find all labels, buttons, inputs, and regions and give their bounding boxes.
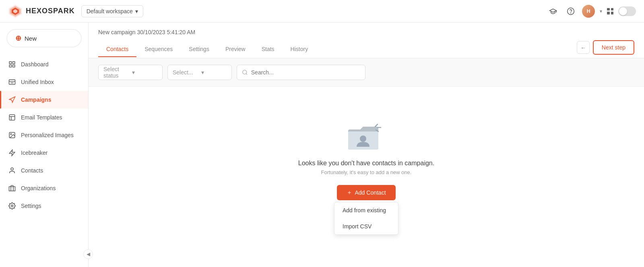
logo-text: HEXOSPARK (26, 7, 75, 15)
workspace-label: Default workspace (87, 8, 133, 14)
tab-history[interactable]: History (283, 42, 316, 57)
svg-point-15 (11, 168, 13, 170)
sidebar-item-unified-inbox[interactable]: Unified Inbox (0, 73, 88, 91)
sidebar-item-label: Contacts (21, 167, 43, 174)
sidebar-item-label: Personalized Images (21, 132, 74, 138)
svg-line-22 (375, 124, 378, 127)
sidebar-item-label: Icebreaker (21, 150, 47, 156)
status-select[interactable]: Select status ▾ (98, 65, 163, 80)
sidebar-item-icebreaker[interactable]: Icebreaker (0, 144, 88, 162)
select-placeholder: Select... (173, 69, 198, 76)
bolt-icon (8, 149, 16, 157)
sidebar-item-contacts[interactable]: Contacts (0, 162, 88, 179)
svg-point-13 (10, 134, 11, 134)
person-icon (8, 166, 16, 175)
tab-contacts[interactable]: Contacts (98, 42, 136, 57)
empty-title: Looks like you don't have contacts in ca… (298, 160, 434, 167)
svg-rect-6 (9, 62, 11, 64)
tab-settings[interactable]: Settings (181, 42, 217, 57)
graduation-icon-btn[interactable] (547, 5, 559, 18)
tab-stats[interactable]: Stats (254, 42, 283, 57)
chevron-down-icon: ▾ (201, 69, 227, 76)
add-contact-button[interactable]: ＋ Add Contact (337, 185, 395, 200)
empty-subtitle: Fortunately, it's easy to add a new one. (321, 169, 412, 175)
status-placeholder: Select status (103, 66, 129, 79)
filters-row: Select status ▾ Select... ▾ (89, 58, 644, 87)
inbox-icon (8, 78, 16, 86)
chevron-down-icon: ▾ (132, 69, 157, 76)
avatar[interactable]: H (582, 5, 595, 18)
workspace-selector[interactable]: Default workspace ▾ (81, 5, 143, 17)
search-box (237, 65, 365, 80)
svg-rect-11 (9, 115, 15, 120)
sidebar-item-settings[interactable]: Settings (0, 197, 88, 215)
megaphone-icon (8, 96, 16, 104)
add-from-existing-item[interactable]: Add from existing (334, 202, 398, 218)
sidebar-item-organizations[interactable]: Organizations (0, 179, 88, 197)
add-contact-dropdown: Add from existing Import CSV (334, 202, 398, 235)
folder-illustration (346, 119, 386, 152)
svg-rect-9 (13, 65, 15, 67)
logo: HEXOSPARK (8, 4, 75, 18)
plus-icon: ⊕ (15, 34, 21, 43)
template-icon (8, 113, 16, 121)
svg-point-17 (11, 205, 13, 207)
svg-point-21 (360, 136, 366, 142)
apps-grid-icon[interactable] (607, 8, 613, 14)
svg-marker-14 (9, 150, 15, 156)
tab-preview[interactable]: Preview (217, 42, 254, 57)
building-icon (8, 184, 16, 192)
topnav: HEXOSPARK Default workspace ▾ H ▾ (0, 0, 644, 23)
next-step-button[interactable]: Next step (593, 40, 634, 55)
campaign-header: New campaign 30/10/2023 5:41:20 AM Conta… (89, 23, 644, 58)
topnav-right: H ▾ (547, 5, 636, 18)
search-icon (242, 69, 248, 76)
sidebar-item-label: Campaigns (21, 97, 51, 103)
svg-point-5 (571, 12, 571, 13)
svg-rect-8 (9, 65, 11, 67)
content-area: New campaign 30/10/2023 5:41:20 AM Conta… (89, 23, 644, 267)
sidebar-item-email-templates[interactable]: Email Templates (0, 109, 88, 126)
back-button[interactable]: ← (577, 41, 590, 54)
sidebar-item-label: Email Templates (21, 114, 62, 121)
campaign-title: New campaign 30/10/2023 5:41:20 AM (98, 29, 634, 35)
grid-icon (8, 60, 16, 68)
new-button[interactable]: ⊕ New (6, 29, 82, 47)
sidebar-item-dashboard[interactable]: Dashboard (0, 55, 88, 73)
sidebar-item-campaigns[interactable]: Campaigns (0, 91, 88, 109)
graduation-icon (549, 7, 557, 15)
chevron-down-icon: ▾ (135, 8, 138, 14)
gear-icon (8, 202, 16, 210)
help-icon (567, 7, 575, 15)
sidebar-item-personalized-images[interactable]: Personalized Images (0, 126, 88, 144)
sidebar-item-label: Organizations (21, 185, 56, 191)
sidebar-item-label: Unified Inbox (21, 79, 54, 85)
svg-rect-16 (9, 187, 15, 191)
svg-rect-7 (13, 62, 15, 64)
chevron-down-icon-avatar: ▾ (600, 8, 602, 14)
tab-sequences[interactable]: Sequences (136, 42, 181, 57)
add-contact-label: Add Contact (355, 189, 386, 196)
image-icon (8, 131, 16, 139)
sidebar: ⊕ New Dashboard Unified Inbox Campaigns (0, 23, 89, 267)
tab-nav-buttons: ← Next step (577, 40, 634, 58)
add-contact-wrapper: ＋ Add Contact Add from existing Import C… (334, 185, 398, 235)
svg-point-18 (243, 70, 247, 74)
campaign-tabs: Contacts Sequences Settings Preview Stat… (98, 40, 634, 58)
svg-rect-10 (9, 80, 15, 84)
import-csv-item[interactable]: Import CSV (334, 218, 398, 234)
empty-state: Looks like you don't have contacts in ca… (89, 87, 644, 267)
sidebar-item-label: Dashboard (21, 61, 49, 68)
new-button-label: New (25, 35, 37, 42)
help-icon-btn[interactable] (564, 5, 577, 18)
contact-select[interactable]: Select... ▾ (167, 65, 232, 80)
theme-toggle[interactable] (618, 6, 636, 16)
plus-icon: ＋ (347, 189, 352, 196)
sidebar-item-label: Settings (21, 203, 41, 209)
main-layout: ⊕ New Dashboard Unified Inbox Campaigns (0, 23, 644, 267)
logo-icon (8, 4, 23, 18)
topnav-left: HEXOSPARK Default workspace ▾ (8, 4, 143, 18)
search-input[interactable] (251, 69, 360, 76)
